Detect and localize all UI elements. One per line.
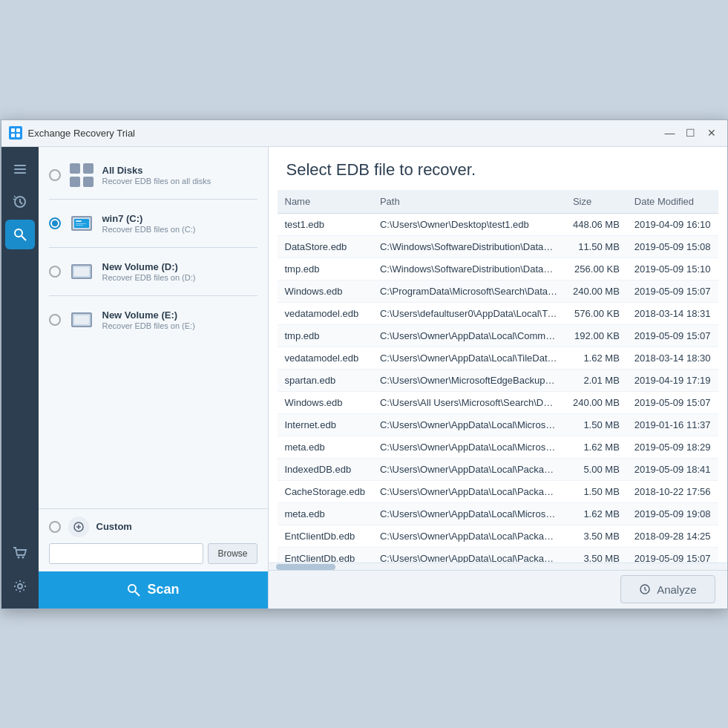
minimize-button[interactable]: — xyxy=(662,125,678,141)
svg-rect-14 xyxy=(83,163,94,174)
analyze-button[interactable]: Analyze xyxy=(620,575,715,603)
drive-info-c: win7 (C:) Recover EDB files on (C:) xyxy=(102,213,258,234)
table-row[interactable]: tmp.edbC:\Users\Owner\AppData\Local\Comm… xyxy=(278,324,718,347)
svg-point-12 xyxy=(18,584,22,588)
drive-radio-all[interactable] xyxy=(49,169,61,181)
custom-path-input[interactable] xyxy=(49,543,204,564)
cell-size: 1.62 MB xyxy=(565,502,627,525)
cell-size: 1.62 MB xyxy=(565,436,627,458)
table-row[interactable]: Internet.edbC:\Users\Owner\AppData\Local… xyxy=(278,413,718,436)
table-row[interactable]: IndexedDB.edbC:\Users\Owner\AppData\Loca… xyxy=(278,458,718,480)
cell-date: 2019-05-09 15:07 xyxy=(627,280,718,302)
table-row[interactable]: Windows.edbC:\Users\All Users\Microsoft\… xyxy=(278,391,718,413)
application-window: Exchange Recovery Trial — ☐ ✕ xyxy=(1,119,728,609)
cell-size: 448.06 MB xyxy=(565,213,627,235)
table-row[interactable]: vedatamodel.edbC:\Users\defaultuser0\App… xyxy=(278,302,718,324)
svg-line-9 xyxy=(22,236,26,240)
titlebar: Exchange Recovery Trial — ☐ ✕ xyxy=(1,120,727,147)
svg-rect-22 xyxy=(76,225,83,226)
cell-size: 1.62 MB xyxy=(565,347,627,369)
cell-size: 3.50 MB xyxy=(565,525,627,547)
drive-item-e[interactable]: New Volume (E:) Recover EDB files on (E:… xyxy=(39,299,268,341)
drive-radio-c[interactable] xyxy=(49,217,61,229)
drive-name-all: All Disks xyxy=(102,165,258,176)
close-button[interactable]: ✕ xyxy=(704,125,720,141)
app-icon xyxy=(9,126,22,140)
table-row[interactable]: meta.edbC:\Users\Owner\AppData\Local\Mic… xyxy=(278,436,718,458)
custom-row: Custom xyxy=(49,517,258,537)
browse-button[interactable]: Browse xyxy=(208,543,257,564)
cell-size: 256.00 KB xyxy=(565,258,627,280)
cell-filename: tmp.edb xyxy=(278,258,373,280)
svg-point-30 xyxy=(128,585,136,592)
svg-rect-3 xyxy=(16,134,20,137)
col-name: Name xyxy=(278,190,373,214)
col-path: Path xyxy=(373,190,565,214)
cell-size: 11.50 MB xyxy=(565,235,627,258)
sidebar-item-list[interactable] xyxy=(5,154,35,184)
cell-size: 240.00 MB xyxy=(565,391,627,413)
cell-date: 2019-05-09 15:10 xyxy=(627,258,718,280)
file-table-container[interactable]: Name Path Size Date Modified test1.edbC:… xyxy=(269,190,727,563)
cell-size: 3.50 MB xyxy=(565,547,627,563)
drive-desc-all: Recover EDB files on all disks xyxy=(102,177,258,186)
table-row[interactable]: EntClientDb.edbC:\Users\Owner\AppData\Lo… xyxy=(278,525,718,547)
cell-date: 2019-05-09 15:07 xyxy=(627,324,718,347)
sidebar-item-cart[interactable] xyxy=(5,539,35,568)
cell-size: 576.00 KB xyxy=(565,302,627,324)
cell-date: 2018-10-22 17:56 xyxy=(627,480,718,502)
table-row[interactable]: vedatamodel.edbC:\Users\Owner\AppData\Lo… xyxy=(278,347,718,369)
scan-button[interactable]: Scan xyxy=(39,571,268,609)
table-body: test1.edbC:\Users\Owner\Desktop\test1.ed… xyxy=(278,213,718,563)
cell-date: 2019-05-09 15:08 xyxy=(627,235,718,258)
cell-path: C:\Users\Owner\AppData\Local\TileDataLa.… xyxy=(373,347,565,369)
cell-size: 1.50 MB xyxy=(565,480,627,502)
maximize-button[interactable]: ☐ xyxy=(683,125,699,141)
separator-3 xyxy=(49,295,258,296)
table-row[interactable]: meta.edbC:\Users\Owner\AppData\Local\Mic… xyxy=(278,502,718,525)
all-disks-icon xyxy=(68,162,95,188)
scrollbar-thumb[interactable] xyxy=(276,564,335,570)
cell-filename: vedatamodel.edb xyxy=(278,302,373,324)
cell-filename: tmp.edb xyxy=(278,324,373,347)
panel-header: Select EDB file to recover. xyxy=(269,147,727,190)
svg-rect-28 xyxy=(74,315,89,324)
horizontal-scrollbar[interactable] xyxy=(269,563,727,570)
drive-radio-custom[interactable] xyxy=(49,521,61,533)
drive-item-all[interactable]: All Disks Recover EDB files on all disks xyxy=(39,154,268,196)
drive-radio-d[interactable] xyxy=(49,266,61,278)
cell-path: C:\Users\Owner\AppData\Local\Comms\U... xyxy=(373,324,565,347)
table-row[interactable]: EntClientDb.edbC:\Users\Owner\AppData\Lo… xyxy=(278,547,718,563)
table-row[interactable]: DataStore.edbC:\Windows\SoftwareDistribu… xyxy=(278,235,718,258)
table-row[interactable]: tmp.edbC:\Windows\SoftwareDistribution\D… xyxy=(278,258,718,280)
table-row[interactable]: spartan.edbC:\Users\Owner\MicrosoftEdgeB… xyxy=(278,369,718,391)
drive-radio-e[interactable] xyxy=(49,314,61,326)
cell-date: 2019-05-09 15:07 xyxy=(627,547,718,563)
cell-path: C:\Users\Owner\AppData\Local\Packages\..… xyxy=(373,480,565,502)
sidebar-item-settings[interactable] xyxy=(5,571,35,601)
table-header: Name Path Size Date Modified xyxy=(278,190,718,214)
drive-icon-e xyxy=(68,306,95,333)
cell-filename: meta.edb xyxy=(278,502,373,525)
cell-path: C:\Users\Owner\AppData\Local\Microsoft\.… xyxy=(373,413,565,436)
cell-path: C:\Users\Owner\Desktop\test1.edb xyxy=(373,213,565,235)
table-row[interactable]: Windows.edbC:\ProgramData\Microsoft\Sear… xyxy=(278,280,718,302)
cell-path: C:\Windows\SoftwareDistribution\DataStor… xyxy=(373,235,565,258)
drive-item-d[interactable]: New Volume (D:) Recover EDB files on (D:… xyxy=(39,251,268,292)
custom-icon xyxy=(68,517,89,537)
cell-date: 2018-03-14 18:31 xyxy=(627,302,718,324)
sidebar-item-history[interactable] xyxy=(5,187,35,217)
svg-rect-1 xyxy=(16,128,20,132)
col-size: Size xyxy=(565,190,627,214)
table-row[interactable]: CacheStorage.edbC:\Users\Owner\AppData\L… xyxy=(278,480,718,502)
cell-path: C:\Users\All Users\Microsoft\Search\Data… xyxy=(373,391,565,413)
custom-input-row: Browse xyxy=(49,543,258,564)
drive-name-d: New Volume (D:) xyxy=(102,261,258,272)
drive-item-c[interactable]: win7 (C:) Recover EDB files on (C:) xyxy=(39,203,268,244)
main-content: All Disks Recover EDB files on all disks xyxy=(1,147,727,609)
table-row[interactable]: test1.edbC:\Users\Owner\Desktop\test1.ed… xyxy=(278,213,718,235)
cell-filename: vedatamodel.edb xyxy=(278,347,373,369)
svg-rect-5 xyxy=(14,168,26,170)
svg-rect-13 xyxy=(70,163,80,174)
sidebar-item-search[interactable] xyxy=(5,220,35,249)
